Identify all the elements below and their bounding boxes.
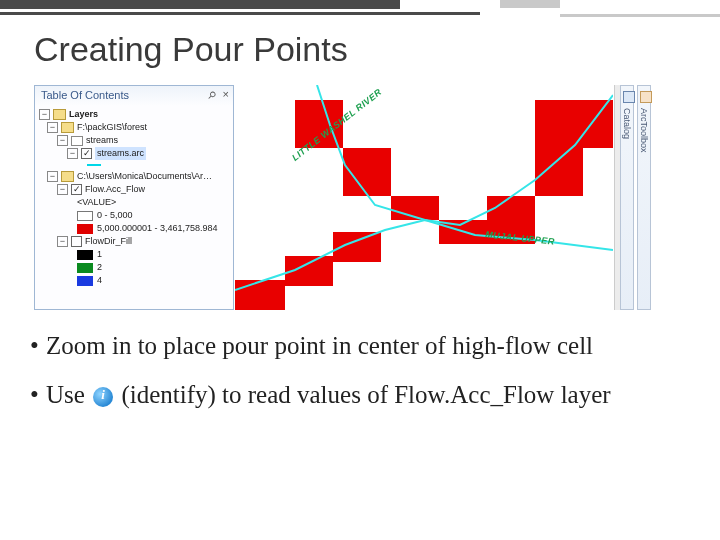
toc-layer-flowacc[interactable]: Flow.Acc_Flow <box>85 183 145 196</box>
identify-tool-icon[interactable] <box>93 387 113 407</box>
bullet-item: • Use (identify) to read values of Flow.… <box>30 379 690 410</box>
catalog-panel-tab[interactable]: Catalog <box>620 85 634 310</box>
bullet-list: • Zoom in to place pour point in center … <box>30 330 690 429</box>
toc-root[interactable]: Layers <box>69 108 98 121</box>
pin-icon[interactable]: ⚲ <box>205 88 218 101</box>
bullet-dot: • <box>30 379 46 410</box>
table-of-contents-panel: Table Of Contents ⚲ × −Layers −F:\packGI… <box>34 85 234 310</box>
swatch-white-icon <box>77 211 93 221</box>
layer-icon <box>71 136 83 146</box>
collapse-icon[interactable]: − <box>39 109 50 120</box>
map-view[interactable]: LITTLE WASHEL RIVER MUJAL UPPER <box>235 85 613 310</box>
toc-group-path-2[interactable]: C:\Users\Monica\Documents\Ar… <box>77 170 212 183</box>
bullet-text: Zoom in to place pour point in center of… <box>46 330 593 361</box>
close-icon[interactable]: × <box>223 88 229 100</box>
folder-icon <box>61 122 74 133</box>
toc-value-header: <VALUE> <box>77 196 116 209</box>
arctoolbox-panel-tab[interactable]: ArcToolbox <box>637 85 651 310</box>
bullet-item: • Zoom in to place pour point in center … <box>30 330 690 361</box>
toc-v3: 4 <box>97 274 102 287</box>
swatch-red-icon <box>77 224 93 234</box>
arctoolbox-icon <box>640 91 652 103</box>
catalog-icon <box>623 91 635 103</box>
toc-layer-streams[interactable]: streams <box>86 134 118 147</box>
bullet-dot: • <box>30 330 46 361</box>
toc-tree: −Layers −F:\packGIS\forest −streams −✓st… <box>35 106 233 309</box>
slide-title: Creating Pour Points <box>34 30 348 69</box>
collapse-icon[interactable]: − <box>57 135 68 146</box>
collapse-icon[interactable]: − <box>57 236 68 247</box>
layers-icon <box>53 109 66 120</box>
toc-v2: 2 <box>97 261 102 274</box>
toc-layer-flowdir[interactable]: FlowDir_Fill <box>85 235 132 248</box>
stream-line <box>235 85 613 310</box>
bullet-text: Use (identify) to read values of Flow.Ac… <box>46 379 611 410</box>
line-symbol-icon <box>87 164 101 166</box>
toc-v1: 1 <box>97 248 102 261</box>
arctoolbox-label: ArcToolbox <box>639 108 649 153</box>
folder-icon <box>61 171 74 182</box>
collapse-icon[interactable]: − <box>57 184 68 195</box>
bullet-text-seg: (identify) to read values of Flow. <box>115 381 450 408</box>
swatch-blue-icon <box>77 276 93 286</box>
visibility-checkbox[interactable]: ✓ <box>71 184 82 195</box>
toc-range-1: 0 - 5,000 <box>97 209 133 222</box>
toc-group-path[interactable]: F:\packGIS\forest <box>77 121 147 134</box>
toc-layer-streams-arc[interactable]: streams.arc <box>95 147 146 160</box>
visibility-checkbox[interactable]: ✓ <box>81 148 92 159</box>
visibility-checkbox[interactable] <box>71 236 82 247</box>
catalog-label: Catalog <box>622 108 632 139</box>
collapse-icon[interactable]: − <box>47 171 58 182</box>
toc-header: Table Of Contents <box>41 89 129 101</box>
swatch-black-icon <box>77 250 93 260</box>
toc-range-2: 5,000.000001 - 3,461,758.984 <box>97 222 218 235</box>
bullet-text-seg: Acc_Flow layer <box>450 381 610 408</box>
arcmap-screenshot: Table Of Contents ⚲ × −Layers −F:\packGI… <box>34 85 614 310</box>
swatch-green-icon <box>77 263 93 273</box>
slide-top-decoration <box>0 0 720 24</box>
bullet-text-seg: Use <box>46 381 91 408</box>
collapse-icon[interactable]: − <box>47 122 58 133</box>
collapse-icon[interactable]: − <box>67 148 78 159</box>
